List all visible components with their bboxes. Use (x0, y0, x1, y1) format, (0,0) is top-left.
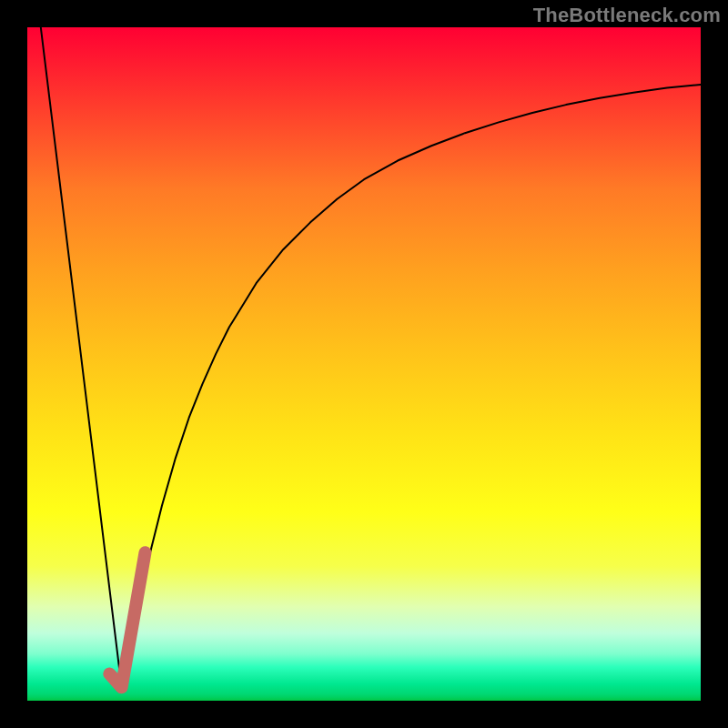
series-left-falling-line (41, 27, 122, 687)
series-dip-marker (109, 552, 145, 687)
chart-frame: TheBottleneck.com (0, 0, 728, 728)
chart-svg-overlay (27, 27, 701, 701)
watermark-text: TheBottleneck.com (533, 4, 721, 27)
series-rising-saturating-curve (122, 85, 701, 687)
